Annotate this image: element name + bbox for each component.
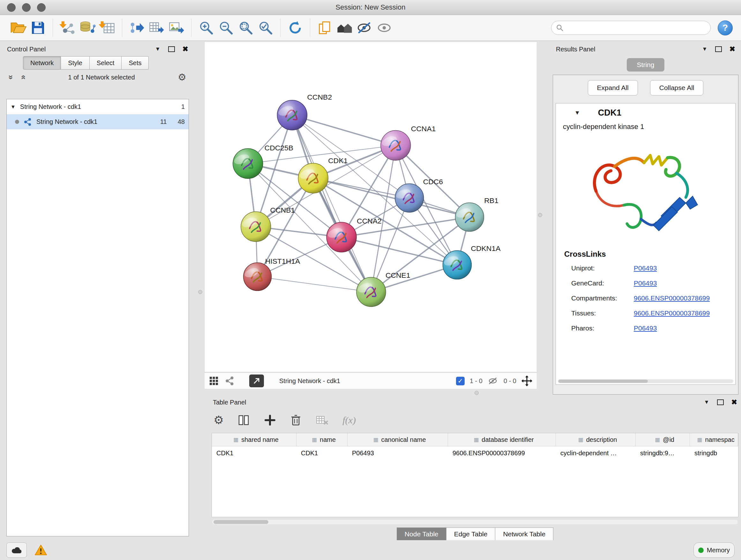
panel-menu-icon[interactable]: ▼ [702, 46, 708, 52]
memory-button[interactable]: Memory [693, 543, 735, 558]
splitter-handle[interactable] [198, 290, 202, 294]
expand-all-networks-icon[interactable]: » [7, 75, 15, 79]
panel-float-icon[interactable] [168, 46, 175, 52]
table-row[interactable]: CDK1CDK1P064939606.ENSP00000378699cyclin… [212, 446, 738, 460]
edge-CCNB2-CCNE1[interactable] [292, 115, 371, 292]
cloud-status-button[interactable] [6, 543, 27, 558]
collapse-all-networks-icon[interactable]: » [19, 75, 27, 79]
collapse-all-button[interactable]: Collapse All [650, 80, 704, 96]
export-table-button[interactable] [147, 17, 166, 38]
node-CCNA1[interactable]: CCNA1 [381, 125, 436, 160]
table-cell-4[interactable]: cyclin-dependent … [556, 449, 636, 457]
delete-table-icon[interactable] [316, 414, 328, 426]
tab-network-table[interactable]: Network Table [495, 527, 553, 541]
close-window-button[interactable] [7, 3, 16, 12]
panel-float-icon[interactable] [715, 46, 722, 52]
results-horizontal-scrollbar[interactable] [558, 379, 733, 383]
node-table[interactable]: ▦ shared name ▦ name ▦ canonical name ▦ … [212, 433, 738, 517]
panel-menu-icon[interactable]: ▼ [155, 46, 160, 52]
column-header-1[interactable]: ▦ name [296, 433, 347, 446]
detach-view-button[interactable] [249, 374, 264, 387]
column-header-3[interactable]: ▦ database identifier [448, 433, 556, 446]
disclosure-triangle-icon[interactable]: ▼ [10, 104, 16, 110]
node-CDC6[interactable]: CDC6 [395, 178, 443, 212]
expand-all-button[interactable]: Expand All [588, 80, 638, 96]
show-columns-icon[interactable] [238, 414, 250, 426]
column-header-0[interactable]: ▦ shared name [212, 433, 296, 446]
crosslink-link-genecard[interactable]: P06493 [634, 279, 657, 287]
tab-edge-table[interactable]: Edge Table [447, 527, 495, 541]
column-header-6[interactable]: ▦ namespac [690, 433, 738, 446]
network-collection-row[interactable]: ▼ String Network - cdk1 1 [7, 99, 189, 114]
table-cell-6[interactable]: stringdb [690, 449, 738, 457]
table-cell-2[interactable]: P06493 [347, 449, 448, 457]
open-session-button[interactable] [8, 17, 28, 38]
panel-close-icon[interactable]: ✖ [731, 398, 737, 407]
zoom-out-button[interactable] [216, 17, 236, 38]
minimize-window-button[interactable] [22, 3, 30, 12]
tab-node-table[interactable]: Node Table [397, 527, 447, 541]
network-row[interactable]: String Network - cdk1 11 48 [7, 114, 189, 129]
apply-layout-button[interactable] [285, 17, 305, 38]
collapse-protein-icon[interactable]: ▼ [575, 110, 580, 116]
zoom-selected-button[interactable] [256, 17, 275, 38]
splitter-handle[interactable] [538, 213, 542, 217]
delete-column-trash-icon[interactable] [290, 414, 301, 426]
crosslink-link-tissues[interactable]: 9606.ENSP00000378699 [634, 309, 710, 317]
scrollbar-thumb[interactable] [213, 520, 268, 524]
import-network-database-button[interactable] [77, 17, 97, 38]
table-cell-1[interactable]: CDK1 [296, 449, 347, 457]
column-header-2[interactable]: ▦ canonical name [347, 433, 448, 446]
function-builder-icon[interactable]: f(x) [342, 415, 356, 426]
search-field[interactable] [551, 21, 711, 35]
node-CDK1[interactable]: CDK1 [298, 157, 347, 193]
panel-menu-icon[interactable]: ▼ [704, 399, 710, 406]
hidden-eye-slash-icon[interactable] [488, 376, 498, 385]
column-header-5[interactable]: ▦ @id [636, 433, 690, 446]
crosslink-link-pharos[interactable]: P06493 [634, 324, 657, 332]
table-cell-3[interactable]: 9606.ENSP00000378699 [448, 449, 556, 457]
zoom-fit-button[interactable] [236, 17, 256, 38]
help-button[interactable]: ? [718, 20, 733, 36]
network-graph[interactable]: CCNB2 CCNA1 CDC25B CDK1 [205, 42, 537, 372]
grid-view-icon[interactable] [209, 376, 219, 386]
node-CDC25B[interactable]: CDC25B [233, 144, 293, 179]
warnings-button[interactable] [35, 544, 47, 556]
table-horizontal-scrollbar[interactable] [212, 520, 738, 524]
save-session-button[interactable] [28, 17, 48, 38]
column-header-4[interactable]: ▦ description [556, 433, 636, 446]
tab-style[interactable]: Style [61, 56, 89, 70]
import-network-file-button[interactable] [58, 17, 77, 38]
table-cell-0[interactable]: CDK1 [212, 449, 296, 457]
hide-details-button[interactable] [354, 17, 374, 38]
panel-close-icon[interactable]: ✖ [183, 45, 188, 53]
scrollbar-thumb[interactable] [558, 380, 648, 383]
panel-close-icon[interactable]: ✖ [730, 45, 735, 53]
edge-HIST1H1A-CCNE1[interactable] [258, 277, 371, 292]
add-column-plus-icon[interactable] [264, 414, 276, 426]
network-view[interactable]: CCNB2 CCNA1 CDC25B CDK1 [204, 42, 537, 372]
tab-network[interactable]: Network [23, 56, 61, 70]
panel-float-icon[interactable] [717, 399, 724, 405]
node-CDKN1A[interactable]: CDKN1A [443, 244, 501, 279]
export-image-button[interactable] [166, 17, 186, 38]
splitter-handle[interactable] [475, 391, 479, 395]
tab-select[interactable]: Select [90, 56, 122, 70]
table-options-gear-icon[interactable]: ⚙ [213, 415, 224, 426]
edge-CCNB2-CCNA1[interactable] [292, 115, 395, 145]
string-results-tab[interactable]: String [627, 58, 664, 71]
home-view-button[interactable] [335, 17, 354, 38]
edge-CDK1-RB1[interactable] [313, 178, 469, 217]
search-input[interactable] [567, 24, 706, 32]
tab-sets[interactable]: Sets [122, 56, 149, 70]
import-table-button[interactable] [97, 17, 117, 38]
table-cell-5[interactable]: stringdb:9… [636, 449, 690, 457]
network-list-icon[interactable] [225, 376, 234, 386]
zoom-window-button[interactable] [37, 3, 46, 12]
export-network-button[interactable] [127, 17, 147, 38]
crosslink-link-uniprot[interactable]: P06493 [634, 264, 657, 272]
pan-move-icon[interactable] [522, 375, 532, 386]
node-HIST1H1A[interactable]: HIST1H1A [244, 257, 300, 291]
network-options-gear-icon[interactable]: ⚙ [178, 72, 186, 82]
copy-document-button[interactable] [315, 17, 335, 38]
